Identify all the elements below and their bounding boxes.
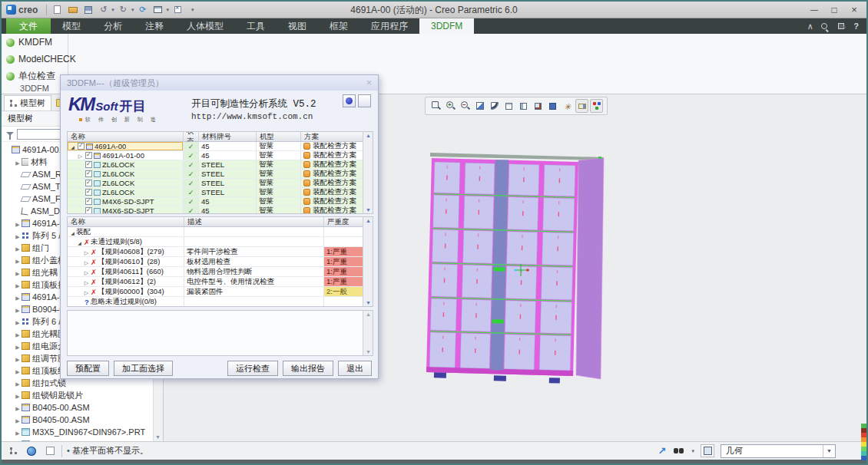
redo-icon[interactable]: ↻	[117, 4, 130, 16]
tree-item[interactable]: M3X5_DIN967<DIN967>.PRT	[2, 426, 153, 438]
maximize-button[interactable]	[825, 4, 843, 16]
selection-filter-dropdown-icon[interactable]: ▼	[823, 445, 835, 457]
button-加工面选择[interactable]: 加工面选择	[114, 361, 173, 376]
parts-row[interactable]: M4X6-SD-SJPT45智莱装配检查方案	[68, 206, 373, 214]
model-tree-toggle-icon[interactable]	[6, 444, 20, 457]
expand-arrow-icon[interactable]	[14, 292, 22, 302]
annotation-display-icon[interactable]	[575, 99, 588, 113]
expand-arrow-icon[interactable]	[14, 403, 22, 412]
3d-navigate-icon[interactable]: ↗	[658, 445, 667, 457]
expand-arrow-icon[interactable]	[14, 157, 22, 167]
parts-row[interactable]: 4691A-0045智莱装配检查方案	[68, 142, 373, 151]
repaint-icon[interactable]	[473, 99, 486, 113]
expander-icon[interactable]	[69, 228, 76, 236]
result-row[interactable]: 【规则40610】(28)板材选用检查1:严重	[68, 257, 373, 267]
expand-arrow-icon[interactable]	[14, 280, 22, 289]
tree-item[interactable]: B0405-00.ASM	[2, 401, 153, 414]
expand-arrow-icon[interactable]	[14, 329, 22, 338]
section-icon[interactable]	[517, 99, 530, 113]
spin-center-icon[interactable]	[590, 99, 603, 113]
new-file-icon[interactable]	[51, 4, 64, 16]
box-select-icon[interactable]	[701, 444, 714, 457]
expander-icon[interactable]	[83, 248, 90, 256]
undo-dropdown-icon[interactable]: ▾	[111, 7, 114, 13]
expand-arrow-icon[interactable]	[14, 427, 22, 437]
checkbox-icon[interactable]	[85, 207, 92, 214]
expand-arrow-icon[interactable]	[14, 231, 22, 240]
display-style-icon[interactable]	[502, 99, 515, 113]
ribbon-tab-应用程序[interactable]: 应用程序	[359, 18, 419, 34]
refit-icon[interactable]	[429, 99, 442, 113]
result-row[interactable]: 【规则40608】(279)零件间干涉检查1:严重	[68, 247, 373, 257]
tree-item[interactable]: B0405-00.ASM	[2, 414, 153, 426]
expand-arrow-icon[interactable]	[14, 256, 22, 265]
quick-access-more-icon[interactable]: ▾	[191, 7, 194, 13]
tab-model-tree[interactable]: 模型树	[4, 95, 51, 110]
dfm-button-单位检查[interactable]: 单位检查	[2, 68, 68, 84]
column-header[interactable]: 状态	[184, 132, 199, 141]
checkbox-icon[interactable]	[78, 143, 84, 150]
column-header[interactable]: 描述	[184, 217, 324, 226]
web-browser-icon[interactable]	[25, 444, 38, 457]
expand-arrow-icon[interactable]	[14, 317, 22, 326]
window-switch-icon[interactable]	[151, 4, 164, 16]
expander-icon[interactable]	[69, 142, 76, 150]
dialog-close-icon[interactable]: ×	[366, 78, 372, 88]
parts-row[interactable]: ZL6LOCKSTEEL智莱装配检查方案	[68, 160, 373, 170]
column-header[interactable]: 名称	[68, 132, 184, 141]
expand-arrow-icon[interactable]	[14, 378, 22, 388]
expand-arrow-icon[interactable]	[14, 305, 22, 314]
button-输出报告[interactable]: 输出报告	[283, 361, 333, 376]
tree-item[interactable]: 组锁钥匙锁片	[2, 389, 153, 401]
ribbon-tab-注释[interactable]: 注释	[134, 18, 175, 34]
appearance-icon[interactable]	[488, 99, 501, 113]
ribbon-tab-分析[interactable]: 分析	[92, 18, 134, 34]
checkbox-icon[interactable]	[85, 161, 92, 168]
parts-row[interactable]: M4X6-SD-SJPT45智莱装配检查方案	[68, 197, 373, 206]
undo-icon[interactable]: ↺	[97, 4, 110, 16]
find-dropdown-icon[interactable]: ▾	[691, 448, 694, 454]
expander-icon[interactable]	[83, 268, 90, 276]
result-row[interactable]: 【规则40612】(2)电控件型号、使用情况检查1:严重	[68, 277, 373, 287]
expand-arrow-icon[interactable]	[14, 219, 22, 228]
ribbon-tab-模型[interactable]: 模型	[51, 18, 92, 34]
view-manager-icon[interactable]	[546, 99, 559, 113]
open-file-icon[interactable]	[66, 4, 79, 16]
expand-arrow-icon[interactable]	[14, 415, 22, 424]
minimize-button[interactable]	[805, 4, 823, 16]
expander-icon[interactable]	[83, 278, 90, 286]
ribbon-tab-工具[interactable]: 工具	[235, 18, 277, 34]
collapse-ribbon-icon[interactable]: ∧	[807, 21, 813, 31]
parts-row[interactable]: ZL6LOCKSTEEL智莱装配检查方案	[68, 170, 373, 179]
dfm-button-ModelCHECK[interactable]: ModelCHECK	[2, 51, 68, 68]
button-预配置[interactable]: 预配置	[67, 361, 109, 376]
button-退出[interactable]: 退出	[338, 361, 372, 376]
result-row[interactable]: 【规则40611】(660)物料选用合理性判断1:严重	[68, 267, 373, 277]
checkbox-icon[interactable]	[85, 170, 92, 177]
expand-arrow-icon[interactable]	[14, 354, 22, 363]
dialog-title-bar[interactable]: 3DDFM---（超级管理员） ×	[61, 75, 378, 91]
column-header[interactable]: 机型	[257, 132, 301, 141]
model-viewport[interactable]	[415, 138, 653, 391]
zoom-out-icon[interactable]: −	[459, 99, 472, 113]
dfm-button-KMDFM[interactable]: KMDFM	[2, 34, 68, 51]
expander-icon[interactable]	[76, 238, 83, 246]
selection-filter-combo[interactable]: 几何 ▼	[721, 444, 836, 458]
parts-row[interactable]: ZL6LOCKSTEEL智莱装配检查方案	[68, 188, 373, 197]
expander-icon[interactable]	[83, 258, 90, 266]
datum-display-icon[interactable]	[561, 99, 574, 113]
checkbox-icon[interactable]	[85, 152, 92, 159]
save-icon[interactable]	[81, 4, 94, 16]
help-button[interactable]	[358, 94, 371, 107]
expand-arrow-icon[interactable]	[14, 341, 22, 351]
checkbox-icon[interactable]	[85, 198, 92, 205]
placeholder-icon[interactable]	[43, 444, 57, 457]
expander-icon[interactable]	[77, 151, 84, 160]
button-运行检查[interactable]: 运行检查	[227, 361, 278, 376]
redo-dropdown-icon[interactable]: ▾	[131, 7, 134, 13]
parts-row[interactable]: 4691A-01-0045智莱装配检查方案	[68, 151, 373, 160]
saved-views-icon[interactable]	[532, 99, 545, 113]
settings-button[interactable]	[343, 94, 356, 107]
expand-arrow-icon[interactable]	[14, 366, 22, 375]
filter-icon[interactable]	[6, 132, 14, 136]
